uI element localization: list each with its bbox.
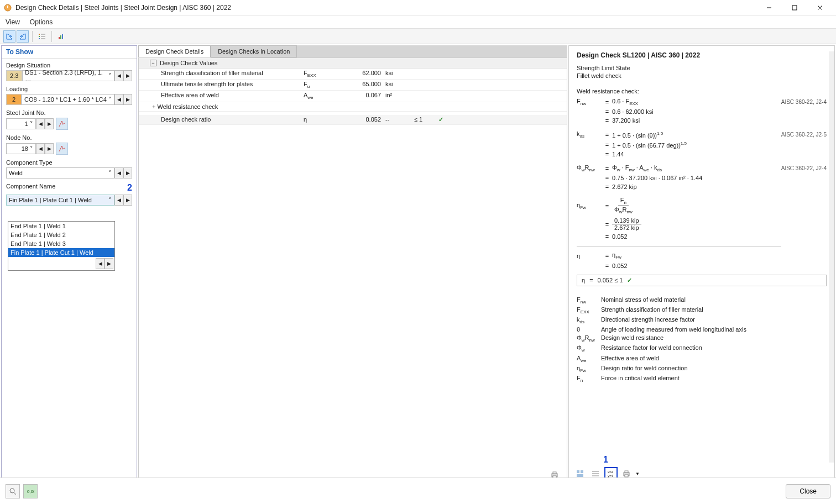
steel-joint-dropdown[interactable]: 1 ˅: [6, 118, 36, 129]
next-button[interactable]: ▶: [123, 167, 132, 179]
equation-row: ηFw= FnΦwRnw: [577, 197, 827, 215]
tab-details[interactable]: Design Check Details: [138, 45, 211, 57]
equation-row: =37.200 ksi: [577, 117, 827, 124]
equation-row: = 0.139 kip2.672 kip: [577, 217, 827, 231]
grid-sub-header[interactable]: + Weld resistance check: [139, 102, 567, 112]
chevron-down-icon: ˅: [108, 72, 112, 80]
app-icon: [3, 3, 12, 12]
prev-button[interactable]: ◀: [114, 195, 123, 206]
row-name: Strength classification of filler materi…: [161, 70, 304, 78]
node-dropdown[interactable]: 18 ˅: [6, 143, 36, 154]
design-situation-badge: 2.3: [6, 70, 22, 81]
tab-location[interactable]: Design Checks in Location: [211, 45, 297, 57]
next-button[interactable]: ▶: [123, 94, 132, 105]
next-button[interactable]: ▶: [123, 195, 132, 206]
toolbar-separator: [32, 31, 33, 42]
component-name-dropdown[interactable]: Fin Plate 1 | Plate Cut 1 | Weld ˅: [6, 195, 114, 206]
menubar: View Options: [0, 15, 836, 29]
loading-label: Loading: [6, 86, 132, 92]
chevron-down-icon: ˅: [108, 170, 112, 177]
equation-row: =0.052: [577, 262, 827, 269]
dropdown-option-selected[interactable]: Fin Plate 1 | Plate Cut 1 | Weld: [8, 248, 114, 257]
svg-text:x=2: x=2: [608, 470, 614, 474]
loading-value: CO8 - 1.20 * LC1 + 1.60 * LC4: [24, 96, 107, 103]
search-icon[interactable]: [6, 484, 20, 498]
window-title: Design Check Details | Steel Joints | St…: [15, 4, 756, 12]
equation-row: =0.6 · 62.000 ksi: [577, 108, 827, 115]
pick-joint-icon[interactable]: [56, 118, 68, 130]
svg-rect-27: [625, 471, 628, 473]
component-type-label: Component Type: [6, 159, 132, 166]
toolbar-separator: [51, 31, 52, 42]
row-value: 65.000: [347, 81, 385, 89]
minimize-button[interactable]: [756, 0, 782, 15]
pick-node-icon[interactable]: [56, 143, 68, 155]
prev-button[interactable]: ◀: [114, 167, 123, 179]
svg-rect-1: [7, 6, 8, 8]
row-value: 62.000: [347, 70, 385, 78]
grid-section-header[interactable]: − Design Check Values: [139, 58, 567, 69]
units-icon[interactable]: 0,00: [23, 484, 38, 498]
dropdown-option[interactable]: End Plate 1 | Weld 2: [8, 230, 114, 239]
equation-row: kds= 1 + 0.5 · (sin (θ))1.5 AISC 360-22,…: [577, 130, 827, 139]
tool-arrow-left-icon[interactable]: [3, 30, 15, 43]
row-limit: ≤ 1: [414, 116, 438, 123]
menu-options[interactable]: Options: [30, 18, 53, 26]
dropdown-option[interactable]: End Plate 1 | Weld 1: [8, 222, 114, 230]
equation-row: =0.052: [577, 233, 827, 240]
tool-chart-icon[interactable]: [55, 30, 67, 43]
check-icon: ✓: [627, 277, 632, 284]
loading-badge: 2: [6, 94, 22, 105]
legend-row: FnwNominal stress of weld material: [577, 296, 827, 305]
component-name-value: Fin Plate 1 | Plate Cut 1 | Weld: [9, 197, 92, 203]
row-unit: in²: [385, 92, 414, 100]
prev-button[interactable]: ◀: [36, 143, 45, 154]
next-button[interactable]: ▶: [45, 143, 54, 154]
toolbar: [0, 29, 836, 44]
row-name: Effective area of weld: [161, 92, 304, 100]
maximize-button[interactable]: [782, 0, 807, 15]
rp-subtitle: Fillet weld check: [577, 72, 827, 79]
svg-point-29: [10, 489, 14, 493]
row-value: 0.052: [347, 116, 385, 123]
check-icon: ✓: [438, 116, 450, 123]
row-unit: --: [385, 116, 414, 123]
svg-rect-7: [39, 36, 40, 37]
legend-row: FEXXStrength classification of filler ma…: [577, 306, 827, 314]
prev-button[interactable]: ◀: [114, 94, 123, 105]
row-symbol: Fu: [304, 81, 347, 89]
loading-dropdown[interactable]: CO8 - 1.20 * LC1 + 1.60 * LC4 ˅: [22, 94, 114, 105]
legend-row: θAngle of loading measured from weld lon…: [577, 326, 827, 333]
component-type-dropdown[interactable]: Weld ˅: [6, 167, 114, 179]
prev-button[interactable]: ◀: [36, 118, 45, 129]
row-symbol: FEXX: [304, 70, 347, 78]
close-button[interactable]: Close: [786, 484, 830, 498]
tabs: Design Check Details Design Checks in Lo…: [138, 45, 567, 57]
to-show-header: To Show: [2, 46, 137, 59]
statusbar: 0,00 Close: [0, 477, 836, 504]
scrollbar[interactable]: [829, 51, 834, 463]
center-panel: Design Check Details Design Checks in Lo…: [138, 45, 567, 485]
design-situation-dropdown[interactable]: DS1 - Section 2.3 (LRFD), 1. … ˅: [22, 70, 114, 81]
collapse-icon[interactable]: −: [150, 60, 156, 66]
equation-row: =1.44: [577, 151, 827, 158]
close-window-button[interactable]: [807, 0, 833, 15]
next-button[interactable]: ▶: [104, 258, 113, 269]
row-symbol: Awe: [304, 92, 347, 100]
next-button[interactable]: ▶: [123, 70, 132, 81]
annotation-2: 2: [127, 183, 132, 193]
tool-arrow-right-icon[interactable]: [17, 30, 29, 43]
expand-icon[interactable]: +: [152, 103, 155, 110]
dropdown-option[interactable]: End Plate 1 | Weld 3: [8, 239, 114, 248]
menu-view[interactable]: View: [6, 18, 20, 26]
dropdown-arrow-icon[interactable]: ▼: [635, 471, 640, 476]
tool-list-icon[interactable]: [36, 30, 48, 43]
row-symbol: η: [304, 116, 347, 123]
legend-row: kdsDirectional strength increase factor: [577, 316, 827, 324]
equation-row: ΦwRnw= Φw · Fnw · Awe · kds AISC 360-22,…: [577, 164, 827, 172]
prev-button[interactable]: ◀: [96, 258, 104, 269]
prev-button[interactable]: ◀: [114, 70, 123, 81]
next-button[interactable]: ▶: [45, 118, 54, 129]
svg-line-30: [14, 492, 16, 495]
svg-rect-16: [553, 472, 556, 474]
